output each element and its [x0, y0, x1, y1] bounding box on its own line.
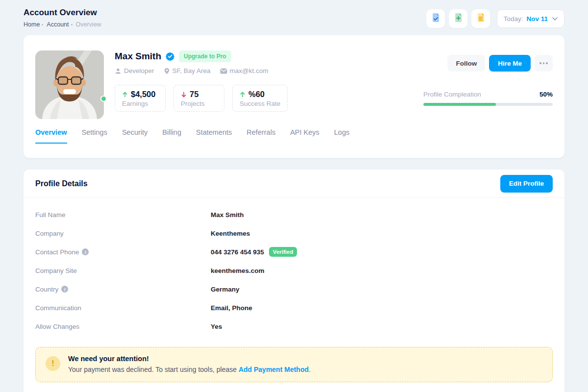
notice-content: We need your attention! Your payment was…: [68, 355, 311, 373]
file-add-button[interactable]: [449, 9, 467, 28]
row-company: Company Keenthemes: [35, 224, 553, 243]
verified-badge: Verified: [269, 247, 297, 257]
date-selector[interactable]: Today: Nov 11: [497, 9, 564, 28]
stat-earnings: $4,500 Earnings: [115, 85, 166, 112]
progress-bar: [423, 103, 553, 106]
account-tabs: Overview Settings Security Billing State…: [35, 128, 564, 144]
tab-overview[interactable]: Overview: [35, 128, 67, 144]
file-check-button[interactable]: [426, 9, 445, 28]
tab-security[interactable]: Security: [122, 128, 147, 144]
avatar: [35, 50, 104, 119]
upgrade-to-pro-badge[interactable]: Upgrade to Pro: [179, 50, 231, 62]
follow-button[interactable]: Follow: [447, 55, 485, 72]
arrow-down-icon: [181, 92, 187, 98]
profile-email: max@kt.com: [220, 67, 269, 74]
tab-settings[interactable]: Settings: [82, 128, 107, 144]
profile-location: SF, Bay Area: [164, 67, 211, 74]
tab-referrals[interactable]: Referrals: [246, 128, 275, 144]
avatar-photo: [35, 50, 104, 119]
verified-badge-icon: [166, 52, 174, 61]
details-title: Profile Details: [35, 179, 88, 188]
profile-details-card: Profile Details Edit Profile Full Name M…: [24, 170, 564, 392]
header-actions: Today: Nov 11: [426, 9, 564, 28]
warning-icon: [46, 356, 60, 371]
stat-value: $4,500: [131, 90, 155, 99]
row-communication: Communication Email, Phone: [35, 298, 553, 317]
stat-label: Success Rate: [240, 100, 280, 107]
envelope-icon: [220, 68, 227, 74]
progress-label: Profile Compleation: [423, 91, 481, 98]
ellipsis-icon: [539, 62, 548, 64]
edit-profile-button[interactable]: Edit Profile: [500, 175, 553, 193]
row-country: Country Germany: [35, 280, 553, 298]
row-allow-changes: Allow Changes Yes: [35, 317, 553, 336]
row-contact-phone: Contact Phone 044 3276 454 935Verified: [35, 243, 553, 261]
tab-api-keys[interactable]: API Keys: [290, 128, 319, 144]
breadcrumb-account[interactable]: Account: [47, 21, 69, 28]
add-payment-method-link[interactable]: Add Payment Method: [239, 366, 309, 373]
notice-body: Your payment was declined. To start usin…: [68, 366, 311, 373]
profile-identity: Max Smith Upgrade to Pro Developer: [115, 50, 269, 74]
file-report-button[interactable]: [471, 9, 490, 28]
header-left: Account Overview Home Account Overview: [24, 8, 101, 28]
arrow-up-icon: [240, 92, 245, 98]
stat-value: %60: [248, 90, 265, 99]
page-header: Account Overview Home Account Overview: [24, 8, 564, 35]
profile-actions: Follow Hire Me: [447, 55, 553, 72]
today-value: Nov 11: [526, 15, 548, 23]
breadcrumb-home[interactable]: Home: [24, 21, 40, 28]
notice-title: We need your attention!: [68, 355, 311, 363]
profile-role: Developer: [115, 67, 154, 74]
stat-success-rate: %60 Success Rate: [232, 85, 288, 112]
breadcrumb-separator: [42, 24, 43, 25]
profile-name: Max Smith: [115, 51, 161, 62]
page-title: Account Overview: [24, 8, 101, 18]
stat-projects: 75 Projects: [173, 85, 224, 112]
profile-card: Max Smith Upgrade to Pro Developer: [24, 35, 564, 158]
arrow-up-icon: [122, 92, 128, 98]
profile-meta: Developer SF, Bay Area max@kt.com: [115, 67, 269, 74]
row-company-site: Company Site keenthemes.com: [35, 261, 553, 280]
stat-value: 75: [190, 90, 198, 99]
chevron-down-icon: [552, 17, 558, 21]
online-status-indicator: [100, 96, 107, 102]
today-label: Today:: [504, 15, 523, 23]
info-icon[interactable]: [61, 286, 68, 293]
file-plus-icon: [453, 13, 463, 24]
stat-label: Earnings: [122, 100, 158, 107]
page: Account Overview Home Account Overview: [0, 0, 588, 392]
map-pin-icon: [164, 68, 170, 74]
file-lines-icon: [476, 13, 486, 24]
progress-bar-fill: [423, 103, 496, 106]
breadcrumb-overview: Overview: [76, 21, 101, 28]
tab-logs[interactable]: Logs: [334, 128, 349, 144]
file-check-icon: [431, 13, 441, 24]
hire-me-button[interactable]: Hire Me: [489, 55, 531, 72]
profile-completion: Profile Compleation 50%: [423, 91, 553, 112]
breadcrumb-separator: [71, 24, 73, 25]
tab-billing[interactable]: Billing: [162, 128, 181, 144]
info-icon[interactable]: [82, 248, 89, 255]
profile-stats: $4,500 Earnings 75 Projects: [115, 85, 288, 112]
tab-statements[interactable]: Statements: [196, 128, 232, 144]
breadcrumb: Home Account Overview: [24, 21, 101, 28]
more-options-button[interactable]: [535, 55, 553, 72]
progress-value: 50%: [539, 91, 553, 98]
attention-notice: We need your attention! Your payment was…: [35, 347, 553, 382]
user-icon: [115, 68, 122, 74]
row-full-name: Full Name Max Smith: [35, 205, 553, 224]
detail-rows: Full Name Max Smith Company Keenthemes C…: [24, 198, 564, 336]
stat-label: Projects: [181, 100, 217, 107]
